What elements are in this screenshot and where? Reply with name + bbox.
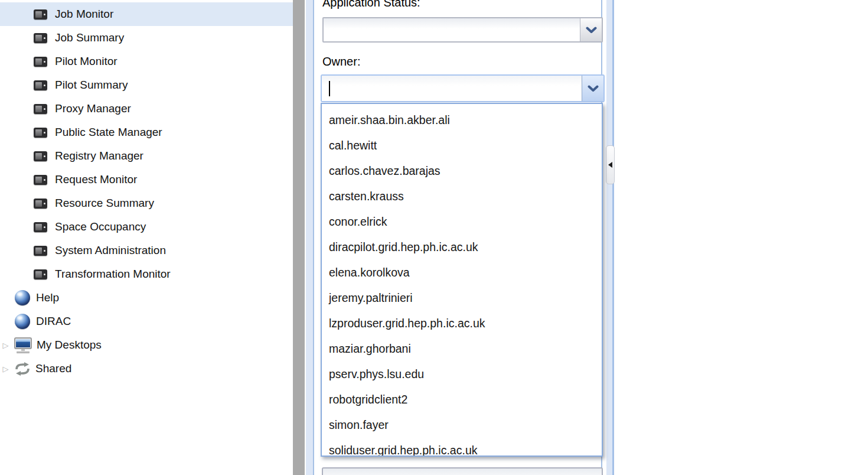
tree-item-label: DIRAC <box>36 315 71 328</box>
owner-option[interactable]: lzproduser.grid.hep.ph.ic.ac.uk <box>322 311 602 336</box>
globe-icon <box>15 314 30 329</box>
app-window-icon <box>34 104 47 114</box>
text-cursor <box>329 81 330 96</box>
owner-option[interactable]: soliduser.grid.hep.ph.ic.ac.uk <box>322 438 602 457</box>
tree-item-label: Space Occupancy <box>55 220 146 233</box>
tree-item-label: Proxy Manager <box>55 102 131 115</box>
tree-item-label: Job Summary <box>55 31 124 44</box>
sidebar-tree-item[interactable]: Pilot Summary <box>0 73 293 97</box>
sidebar-tree-item[interactable]: Space Occupancy <box>0 215 293 239</box>
application-status-combobox[interactable] <box>322 17 603 43</box>
tree-item-label: Pilot Summary <box>55 79 128 92</box>
owner-dropdown-list: ameir.shaa.bin.akber.alical.hewittcarlos… <box>321 103 603 457</box>
tree-item-label: System Administration <box>55 244 166 257</box>
sidebar-tree-item[interactable]: Job Monitor <box>0 2 293 26</box>
app-window-icon <box>34 57 47 67</box>
sidebar-tree-item[interactable]: Proxy Manager <box>0 97 293 121</box>
panel-gap <box>602 0 606 475</box>
owner-option[interactable]: cal.hewitt <box>322 133 602 158</box>
tree-item-label: Job Monitor <box>55 8 113 21</box>
sidebar-tree-item[interactable]: Job Summary <box>0 26 293 50</box>
tree-item-label: Pilot Monitor <box>55 55 118 68</box>
owner-option[interactable]: carlos.chavez.barajas <box>322 158 602 184</box>
panel-collapse-handle[interactable] <box>606 145 615 184</box>
app-window-icon <box>34 222 47 232</box>
app-window-icon <box>34 269 47 279</box>
sidebar-tree-item[interactable]: Pilot Monitor <box>0 50 293 73</box>
expand-arrow-icon[interactable]: ▷ <box>2 365 9 373</box>
sidebar-tree-item[interactable]: System Administration <box>0 239 293 262</box>
owner-dropdown-trigger[interactable] <box>582 76 603 101</box>
sidebar-scrollbar[interactable] <box>293 0 305 475</box>
next-form-field-partial[interactable] <box>322 467 603 475</box>
app-window-icon <box>34 80 47 90</box>
owner-label: Owner: <box>322 55 360 69</box>
owner-input[interactable] <box>322 76 582 101</box>
sidebar-tree-item[interactable]: Resource Summary <box>0 191 293 215</box>
tree-item-label: Request Monitor <box>55 173 137 186</box>
owner-option[interactable]: robotgridclient2 <box>322 387 602 412</box>
tree-item-label: Help <box>36 291 59 304</box>
sidebar-tree-item[interactable]: Public State Manager <box>0 121 293 144</box>
tree-item-label: Resource Summary <box>55 197 154 210</box>
app-window-icon <box>34 33 47 43</box>
sidebar-tree: Job Monitor Job Summary Pilot Monitor Pi… <box>0 0 293 475</box>
expand-arrow-icon[interactable]: ▷ <box>2 341 9 349</box>
tree-item-label: Public State Manager <box>55 126 162 139</box>
sidebar-tree-item[interactable]: DIRAC <box>0 310 293 333</box>
sidebar-tree-item[interactable]: ▷ My Desktops <box>0 333 293 357</box>
owner-option[interactable]: pserv.phys.lsu.edu <box>322 362 602 387</box>
sidebar-tree-item[interactable]: Request Monitor <box>0 168 293 191</box>
sidebar-tree-item[interactable]: Transformation Monitor <box>0 262 293 286</box>
sidebar-tree-item[interactable]: Registry Manager <box>0 144 293 168</box>
app-window-icon <box>34 128 47 138</box>
shared-icon <box>14 362 31 376</box>
owner-option[interactable]: elena.korolkova <box>322 260 602 285</box>
app-window-icon <box>34 199 47 209</box>
app-window-icon <box>34 175 47 185</box>
owner-combobox[interactable] <box>321 74 605 102</box>
splitter-bar[interactable] <box>612 0 614 475</box>
owner-option[interactable]: carsten.krauss <box>322 184 602 209</box>
application-status-label: Application Status: <box>322 0 420 9</box>
owner-option[interactable]: jeremy.paltrinieri <box>322 285 602 311</box>
tree-item-label: Shared <box>35 362 71 375</box>
globe-icon <box>15 290 30 305</box>
desktop-icon <box>14 337 32 353</box>
owner-option[interactable]: ameir.shaa.bin.akber.ali <box>322 108 602 133</box>
sidebar-tree-item[interactable]: ▷ Shared <box>0 357 293 380</box>
collapse-left-arrow-icon <box>608 162 612 168</box>
owner-option[interactable]: simon.fayer <box>322 412 602 438</box>
owner-option[interactable]: conor.elrick <box>322 209 602 235</box>
app-window-icon <box>34 246 47 256</box>
application-status-dropdown-trigger[interactable] <box>580 18 602 41</box>
chevron-down-icon <box>588 85 599 92</box>
chevron-down-icon <box>586 27 597 34</box>
tree-item-label: My Desktops <box>37 339 102 352</box>
sidebar-tree-item[interactable]: Help <box>0 286 293 310</box>
app-window-icon <box>34 9 47 19</box>
tree-item-label: Transformation Monitor <box>55 268 171 281</box>
tree-item-label: Registry Manager <box>55 149 143 162</box>
app-window-icon <box>34 151 47 161</box>
owner-option[interactable]: maziar.ghorbani <box>322 336 602 362</box>
owner-option[interactable]: diracpilot.grid.hep.ph.ic.ac.uk <box>322 235 602 260</box>
